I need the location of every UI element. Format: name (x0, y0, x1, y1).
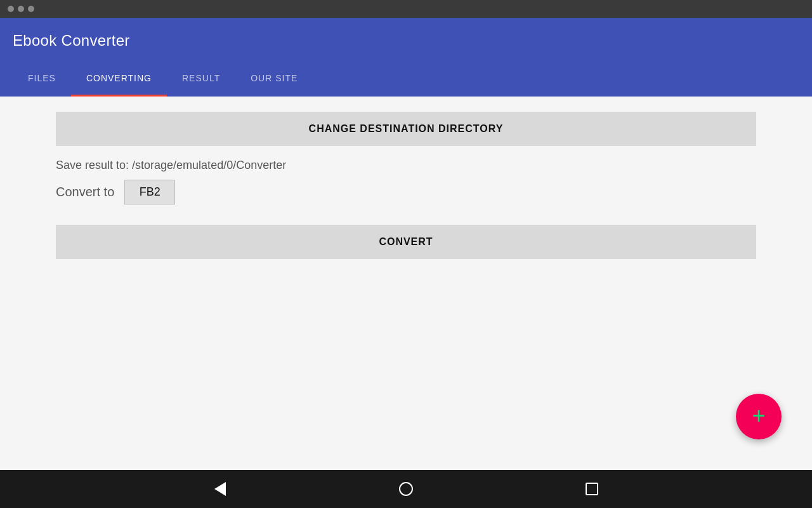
tab-our-site[interactable]: OUR SITE (235, 64, 313, 97)
nav-recent-button[interactable] (577, 474, 607, 504)
convert-to-row: Convert to FB2 (56, 180, 756, 204)
app-title: Ebook Converter (13, 32, 130, 50)
back-arrow-icon (214, 482, 226, 496)
status-dot-3 (28, 6, 34, 12)
fab-button[interactable]: + (736, 394, 782, 439)
status-bar (0, 0, 812, 18)
nav-home-button[interactable] (391, 474, 421, 504)
nav-back-button[interactable] (205, 474, 235, 504)
tab-result[interactable]: RESULT (167, 64, 235, 97)
change-destination-button[interactable]: CHANGE DESTINATION DIRECTORY (56, 112, 756, 146)
recent-square-icon (586, 483, 598, 495)
bottom-nav (0, 470, 812, 508)
main-content: CHANGE DESTINATION DIRECTORY Save result… (0, 97, 812, 470)
format-badge[interactable]: FB2 (124, 180, 175, 204)
tab-files[interactable]: FILES (13, 64, 71, 97)
tab-bar: FILES CONVERTING RESULT OUR SITE (13, 64, 799, 97)
home-circle-icon (399, 482, 413, 496)
app-title-row: Ebook Converter (13, 18, 799, 64)
fab-plus-icon: + (752, 404, 765, 427)
status-dot-2 (18, 6, 24, 12)
status-icons (8, 6, 34, 12)
convert-to-label: Convert to (56, 185, 114, 199)
app-bar: Ebook Converter FILES CONVERTING RESULT … (0, 18, 812, 97)
status-dot-1 (8, 6, 14, 12)
convert-button[interactable]: CONVERT (56, 225, 756, 259)
tab-converting[interactable]: CONVERTING (71, 64, 167, 97)
save-result-text: Save result to: /storage/emulated/0/Conv… (56, 156, 756, 175)
